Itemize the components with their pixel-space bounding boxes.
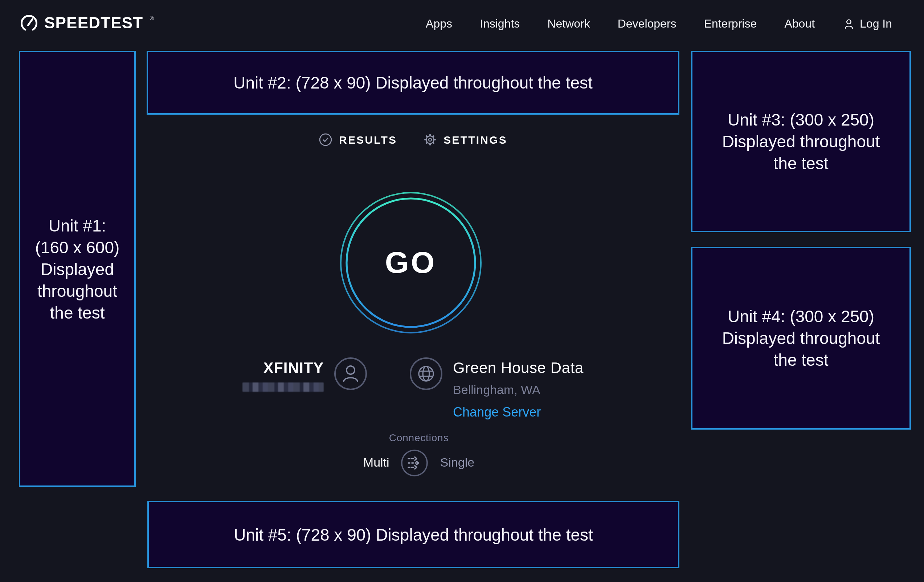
nav-item-about[interactable]: About [784, 17, 815, 30]
brand-name: SPEEDTEST [44, 14, 143, 33]
ad-unit-2[interactable]: Unit #2: (728 x 90) Displayed throughout… [147, 51, 680, 115]
speedtest-page: SPEEDTEST® Apps Insights Network Develop… [0, 0, 924, 582]
view-tabs: RESULTS SETTINGS [147, 133, 680, 147]
server-name: Green House Data [453, 359, 584, 377]
ad-unit-3[interactable]: Unit #3: (300 x 250) Displayed throughou… [691, 51, 911, 232]
nav-login[interactable]: Log In [842, 17, 892, 30]
ad-unit-5[interactable]: Unit #5: (728 x 90) Displayed throughout… [147, 501, 680, 568]
nav-item-apps[interactable]: Apps [426, 17, 452, 30]
person-icon [842, 18, 855, 30]
nav-item-developers[interactable]: Developers [618, 17, 676, 30]
connections-single-option[interactable]: Single [440, 456, 475, 470]
nav-item-enterprise[interactable]: Enterprise [704, 17, 757, 30]
speedtest-gauge-icon [20, 14, 38, 33]
gear-icon [423, 133, 437, 147]
nav-item-insights[interactable]: Insights [480, 17, 520, 30]
connections-section: Connections Multi Single [152, 432, 685, 477]
go-button[interactable]: GO [340, 191, 482, 334]
trademark-symbol: ® [150, 15, 154, 21]
isp-block: XFINITY [243, 357, 324, 395]
change-server-link[interactable]: Change Server [453, 405, 584, 420]
ad-unit-3-text: Unit #3: (300 x 250) Displayed throughou… [717, 109, 885, 174]
ad-unit-5-text: Unit #5: (728 x 90) Displayed throughout… [234, 524, 593, 545]
ad-unit-1[interactable]: Unit #1: (160 x 600) Displayed throughou… [19, 51, 136, 487]
connections-toggle-row: Multi Single [152, 449, 685, 477]
multi-connection-icon[interactable] [401, 449, 429, 477]
person-icon [334, 357, 367, 391]
isp-name: XFINITY [243, 359, 324, 377]
isp-ip-redacted [243, 383, 324, 392]
tab-results[interactable]: RESULTS [318, 133, 397, 147]
go-button-label: GO [340, 191, 482, 334]
server-location: Bellingham, WA [453, 383, 584, 398]
logo[interactable]: SPEEDTEST® [20, 14, 154, 33]
server-block: Green House Data Bellingham, WA Change S… [453, 357, 584, 420]
connections-multi-option[interactable]: Multi [363, 456, 389, 470]
main-nav: Apps Insights Network Developers Enterpr… [426, 17, 892, 30]
ad-unit-4[interactable]: Unit #4: (300 x 250) Displayed throughou… [691, 247, 911, 430]
tab-results-label: RESULTS [339, 134, 397, 146]
ad-unit-4-text: Unit #4: (300 x 250) Displayed throughou… [717, 305, 885, 371]
nav-item-network[interactable]: Network [547, 17, 590, 30]
ad-unit-1-text: Unit #1: (160 x 600) Displayed throughou… [34, 214, 121, 323]
ad-unit-2-text: Unit #2: (728 x 90) Displayed throughout… [233, 72, 592, 94]
connection-info: XFINITY Green House Data Bellingham, WA [147, 357, 680, 420]
tab-settings-label: SETTINGS [444, 134, 507, 146]
globe-icon [409, 357, 443, 391]
tab-settings[interactable]: SETTINGS [423, 133, 507, 147]
nav-login-label: Log In [860, 17, 892, 30]
connections-label: Connections [152, 432, 685, 444]
navbar: SPEEDTEST® Apps Insights Network Develop… [0, 0, 924, 49]
check-circle-icon [318, 133, 332, 147]
